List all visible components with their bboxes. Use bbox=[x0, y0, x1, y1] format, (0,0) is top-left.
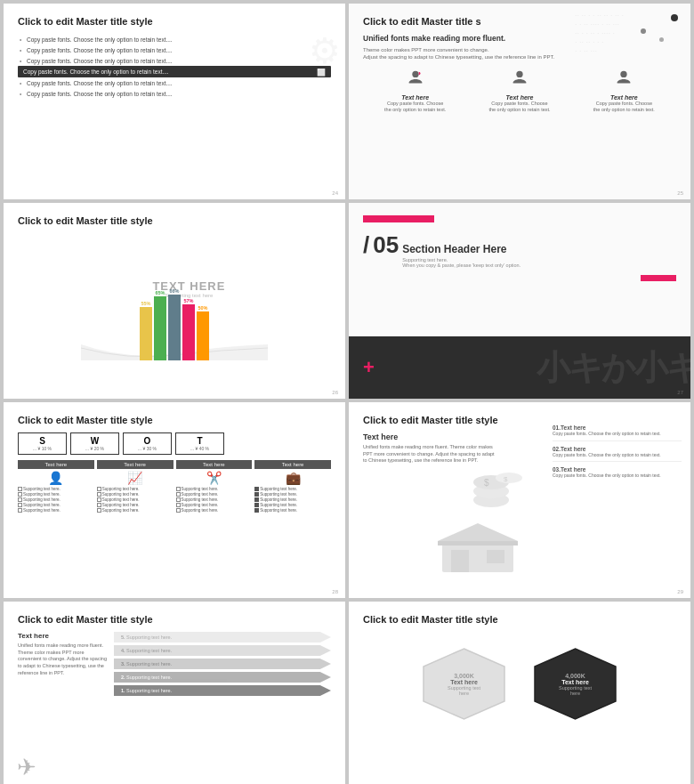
swot-box-t: T ... ¥ 40 % bbox=[175, 432, 224, 455]
svg-rect-10 bbox=[451, 550, 469, 572]
swot-col-2: Text here 📈 Supporting text here. Suppor… bbox=[97, 460, 174, 513]
icon-desc-3: Copy paste fonts. Choose the only option… bbox=[593, 101, 655, 113]
bar-label-5: 50% bbox=[198, 305, 207, 311]
arrow-1: 1. Supporting text here. bbox=[114, 685, 331, 696]
list-item: Copy paste fonts. Choose the only option… bbox=[18, 77, 331, 88]
icon-col-1: Text here Copy paste fonts. Choose the o… bbox=[384, 69, 447, 113]
check-row: Supporting text here. bbox=[18, 503, 94, 507]
hex-1-value: 3,000K bbox=[443, 673, 486, 679]
hex-1-content: 3,000K Text here Supporting text here bbox=[443, 673, 486, 696]
swot-s: S bbox=[21, 436, 63, 446]
page-number: 27 bbox=[677, 390, 683, 395]
svg-point-0 bbox=[412, 71, 418, 77]
page-number: 24 bbox=[332, 190, 338, 196]
bar-4 bbox=[182, 304, 195, 360]
swot-w-price: ... ¥ 20 % bbox=[74, 446, 116, 451]
slide-7-text: Unified fonts make reading more fluent. … bbox=[18, 643, 107, 676]
icon-desc-1: Copy paste fonts. Choose the only option… bbox=[384, 101, 447, 113]
swot-o-price: ... ¥ 30 % bbox=[126, 446, 168, 451]
plane-icon: ✈ bbox=[17, 754, 36, 781]
hex-2: 4,000K Text here Supporting text here bbox=[533, 647, 617, 721]
hex-1-title: Text here bbox=[443, 679, 486, 685]
slide-1-title: Click to edit Master title style bbox=[18, 16, 331, 27]
slide-8: Click to edit Master title style 3,000K … bbox=[349, 602, 690, 784]
hex-2-content: 4,000K Text here Supporting text here bbox=[554, 673, 597, 696]
hex-1-sub: Supporting text here bbox=[443, 685, 486, 696]
arrow-4: 4. Supporting text here. bbox=[114, 645, 331, 656]
dark-band: + 小キか小キ bbox=[349, 336, 690, 399]
pink-bar bbox=[363, 215, 434, 222]
icon-col-3: Text here Copy paste fonts. Choose the o… bbox=[593, 69, 655, 113]
section-support-2: When you copy & paste, please 'keep text… bbox=[402, 263, 520, 268]
item-2-num: 02.Text here bbox=[553, 446, 682, 452]
page-number: 25 bbox=[677, 190, 683, 196]
page-number: 26 bbox=[332, 390, 338, 395]
map-decoration: ·· ·· · · ·· ·· · ·· ·· · ·· ···· · ·· ·… bbox=[575, 11, 682, 60]
icon-label-2: Text here bbox=[488, 94, 551, 101]
check-row: Supporting text here. bbox=[254, 503, 331, 507]
icon-col-2: Text here Copy paste fonts. Choose the o… bbox=[488, 69, 551, 113]
svg-point-2 bbox=[621, 71, 627, 77]
item-1-num: 01.Text here bbox=[553, 424, 682, 431]
swot-box-w: W ... ¥ 20 % bbox=[70, 432, 119, 455]
person-icon-2 bbox=[488, 69, 551, 93]
arrow-5: 5. Supporting text here. bbox=[114, 632, 331, 643]
hex-2-sub: Supporting text here bbox=[554, 685, 597, 696]
check-row: Supporting text here. bbox=[18, 497, 94, 502]
section-title: Section Header Here bbox=[402, 243, 520, 255]
check-row: Supporting text here. bbox=[176, 487, 253, 491]
swot-col-3: Text here ✂️ Supporting text here. Suppo… bbox=[176, 460, 253, 513]
check-row: Supporting text here. bbox=[97, 503, 174, 507]
icon-label-3: Text here bbox=[593, 94, 655, 101]
plus-icon: + bbox=[363, 356, 375, 379]
person-icon-3 bbox=[593, 69, 655, 93]
svg-rect-11 bbox=[487, 550, 504, 563]
item-1-text: Copy paste fonts. Choose the only option… bbox=[553, 431, 682, 437]
svg-text:$: $ bbox=[504, 475, 508, 483]
svg-point-1 bbox=[516, 71, 522, 77]
section-header-row: / 05 Section Header Here Supporting text… bbox=[363, 231, 676, 268]
swot-cols: Text here 👤 Supporting text here. Suppor… bbox=[18, 460, 331, 513]
bar-wrap-5: 50% bbox=[197, 305, 209, 360]
swot-w: W bbox=[74, 436, 116, 446]
col-title-3: Text here bbox=[176, 460, 253, 469]
slide-8-title: Click to edit Master title style bbox=[363, 614, 676, 625]
check-row: Supporting text here. bbox=[18, 492, 94, 497]
slide-7-content: Text here Unified fonts make reading mor… bbox=[18, 632, 331, 699]
swot-box-s: S ... ¥ 10 % bbox=[18, 432, 67, 455]
slide-6: Click to edit Master title style Text he… bbox=[349, 402, 690, 598]
section-number-row bbox=[363, 215, 676, 228]
check-row: Supporting text here. bbox=[176, 503, 253, 507]
pink-rect-right bbox=[641, 275, 676, 281]
map-dot-1 bbox=[671, 14, 678, 21]
slide-7-title: Click to edit Master title style bbox=[18, 614, 331, 625]
swot-t: T bbox=[179, 436, 221, 446]
page-number: 28 bbox=[332, 589, 338, 594]
chart-container: 55% 65% 66% 57% bbox=[18, 233, 331, 371]
section-header-text: Section Header Here Supporting text here… bbox=[402, 243, 520, 268]
bar-wrap-4: 57% bbox=[182, 298, 195, 360]
hex-1: 3,000K Text here Supporting text here bbox=[422, 647, 506, 721]
bar-2 bbox=[154, 296, 166, 360]
check-row: Supporting text here. bbox=[18, 508, 94, 513]
check-row: Supporting text here. bbox=[18, 487, 94, 491]
slide-2: Click to edit Master title s ·· ·· · · ·… bbox=[349, 4, 690, 199]
item-2-text: Copy paste fonts. Choose the only option… bbox=[553, 452, 682, 458]
bar-label-3: 66% bbox=[169, 288, 179, 294]
slide-3-title: Click to edit Master title style bbox=[18, 215, 331, 226]
slide-7-left: Text here Unified fonts make reading mor… bbox=[18, 632, 107, 699]
swot-col-4: Text here 💼 Supporting text here. Suppor… bbox=[254, 460, 331, 513]
check-row: Supporting text here. bbox=[176, 508, 253, 513]
check-row: Supporting text here. bbox=[97, 487, 174, 491]
check-row: Supporting text here. bbox=[254, 497, 331, 502]
check-row: Supporting text here. bbox=[254, 508, 331, 513]
col-icon-3: ✂️ bbox=[176, 471, 253, 485]
check-row: Supporting text here. bbox=[97, 492, 174, 497]
bar-wrap-3: 66% bbox=[168, 288, 181, 360]
check-row: Supporting text here. bbox=[176, 492, 253, 497]
bar-label-4: 57% bbox=[183, 298, 193, 303]
svg-rect-13 bbox=[438, 541, 518, 546]
col-title-2: Text here bbox=[97, 460, 174, 469]
section-num: 05 bbox=[373, 231, 399, 259]
bar-wrap-2: 65% bbox=[154, 290, 166, 360]
